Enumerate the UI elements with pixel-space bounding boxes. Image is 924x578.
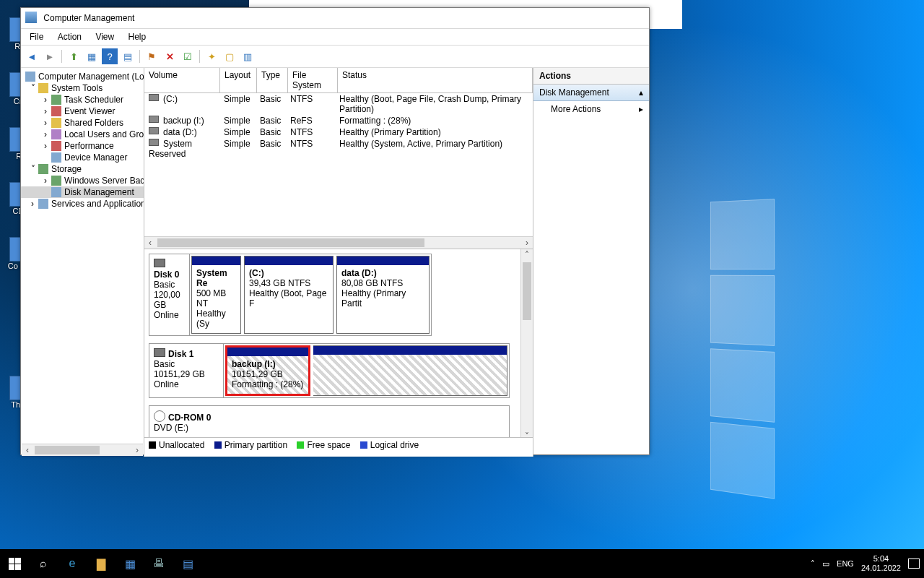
volume-row[interactable]: (C:) SimpleBasic NTFSHealthy (Boot, Page… <box>144 93 533 115</box>
disk-icon <box>154 259 165 267</box>
disk-0-header: Disk 0 Basic 120,00 GB Online <box>149 254 190 335</box>
navigation-tree: Computer Management (Local ˅System Tools… <box>21 68 144 457</box>
disk-icon <box>149 139 159 146</box>
tree-event-viewer[interactable]: ›Event Viewer <box>21 105 144 117</box>
tree-performance[interactable]: ›Performance <box>21 140 144 152</box>
tree-services[interactable]: ›Services and Applications <box>21 198 144 210</box>
menu-view[interactable]: View <box>90 29 120 45</box>
tree-storage[interactable]: ˅Storage <box>21 163 144 175</box>
disk-icon <box>149 127 159 134</box>
disk-1[interactable]: Disk 1 Basic 10151,29 GB Online backup (… <box>149 343 510 398</box>
forward-button[interactable]: ► <box>42 48 58 64</box>
partition-c[interactable]: (C:) 39,43 GB NTFS Healthy (Boot, Page F <box>244 256 334 334</box>
tray-clock[interactable]: 5:0424.01.2022 <box>861 554 901 573</box>
taskbar-explorer[interactable]: ▇ <box>87 549 116 578</box>
windows-logo-light <box>710 195 848 346</box>
tree-disk-management[interactable]: Disk Management <box>21 186 144 198</box>
collapse-icon: ▴ <box>639 87 643 98</box>
delete-button[interactable]: ✕ <box>162 48 178 64</box>
partition-system-reserved[interactable]: System Re 500 MB NT Healthy (Sy <box>191 256 241 334</box>
tree-system-tools[interactable]: ˅System Tools <box>21 82 144 94</box>
refresh-button[interactable]: ⚑ <box>144 48 160 64</box>
start-button[interactable] <box>0 549 29 578</box>
tree-root[interactable]: Computer Management (Local <box>21 71 144 82</box>
disk-icon <box>149 116 159 123</box>
legend: Unallocated Primary partition Free space… <box>144 437 533 457</box>
computer-management-window: Computer Management File Action View Hel… <box>20 7 650 455</box>
col-type[interactable]: Type <box>257 68 288 92</box>
content-area: Computer Management (Local ˅System Tools… <box>21 68 649 457</box>
tray-chevron-icon[interactable]: ˄ <box>811 559 815 569</box>
tray-network-icon[interactable]: ▭ <box>822 559 829 569</box>
disk-0[interactable]: Disk 0 Basic 120,00 GB Online System Re … <box>149 254 432 336</box>
legend-swatch-free <box>297 441 304 449</box>
tree-local-users[interactable]: ›Local Users and Groups <box>21 129 144 140</box>
col-volume[interactable]: Volume <box>144 68 220 92</box>
partition-backup-i[interactable]: backup (I:) 10151,29 GB Formatting : (28… <box>225 345 310 396</box>
titlebar[interactable]: Computer Management <box>21 8 649 29</box>
menubar: File Action View Help <box>21 29 649 46</box>
actions-more[interactable]: More Actions <box>533 101 649 117</box>
volume-row[interactable]: data (D:) SimpleBasic NTFSHealthy (Prima… <box>144 126 533 138</box>
tree-wsb[interactable]: ›Windows Server Backup <box>21 175 144 186</box>
help-button[interactable]: ? <box>102 48 118 64</box>
menu-action[interactable]: Action <box>52 29 87 45</box>
taskbar-ie[interactable]: e <box>58 549 87 578</box>
volume-headers: Volume Layout Type File System Status <box>144 68 533 93</box>
disk-icon <box>154 348 165 357</box>
show-hide-tree-button[interactable]: ▦ <box>84 48 100 64</box>
toolbar: ◄ ► ⬆ ▦ ? ▤ ⚑ ✕ ☑ ✦ ▢ ▥ <box>21 46 649 68</box>
disk-1-header: Disk 1 Basic 10151,29 GB Online <box>149 344 224 397</box>
col-filesystem[interactable]: File System <box>288 68 338 92</box>
graphical-vscrollbar[interactable]: ˄˅ <box>520 249 533 442</box>
col-layout[interactable]: Layout <box>220 68 257 92</box>
new-button[interactable]: ✦ <box>204 48 219 64</box>
menu-file[interactable]: File <box>24 29 49 45</box>
actions-pane: Actions Disk Management▴ More Actions <box>533 68 649 457</box>
tray-notifications-icon[interactable] <box>908 558 920 569</box>
volume-list: Volume Layout Type File System Status (C… <box>144 68 533 249</box>
app-icon <box>25 12 37 23</box>
back-button[interactable]: ◄ <box>24 48 40 64</box>
window-title: Computer Management <box>43 13 134 23</box>
check-button[interactable]: ☑ <box>180 48 196 64</box>
search-button[interactable]: ⌕ <box>29 549 58 578</box>
actions-header: Actions <box>533 68 649 85</box>
menu-help[interactable]: Help <box>123 29 152 45</box>
volume-row[interactable]: System Reserved SimpleBasic NTFSHealthy … <box>144 138 533 160</box>
list-button[interactable]: ▥ <box>240 48 256 64</box>
taskbar-servermgr[interactable]: ▦ <box>116 549 144 578</box>
tree-task-scheduler[interactable]: ›Task Scheduler <box>21 94 144 105</box>
tray-lang[interactable]: ENG <box>837 559 854 568</box>
actions-section[interactable]: Disk Management▴ <box>533 85 649 101</box>
taskbar: ⌕ e ▇ ▦ 🖶 ▤ ˄ ▭ ENG 5:0424.01.2022 <box>0 549 924 578</box>
disk-graphical-view: Disk 0 Basic 120,00 GB Online System Re … <box>144 249 533 457</box>
volume-hscrollbar[interactable]: ‹› <box>144 236 533 249</box>
cd-rom-0[interactable]: CD-ROM 0 DVD (E:) <box>149 405 510 439</box>
partition-d[interactable]: data (D:) 80,08 GB NTFS Healthy (Primary… <box>336 256 430 334</box>
middle-pane: Volume Layout Type File System Status (C… <box>144 68 533 457</box>
legend-swatch-primary <box>214 441 222 449</box>
partition-backup-i-tail[interactable] <box>313 345 507 396</box>
properties-button[interactable]: ▤ <box>120 48 136 64</box>
disk-icon <box>149 94 159 101</box>
cd-icon <box>154 410 165 422</box>
taskbar-app[interactable]: ▤ <box>173 549 202 578</box>
open-button[interactable]: ▢ <box>222 48 237 64</box>
tree-hscrollbar[interactable]: ‹› <box>22 444 143 456</box>
tree-shared-folders[interactable]: ›Shared Folders <box>21 117 144 129</box>
tree-device-manager[interactable]: Device Manager <box>21 152 144 163</box>
volume-row[interactable]: backup (I:) SimpleBasic ReFSFormatting :… <box>144 115 533 126</box>
taskbar-printer[interactable]: 🖶 <box>144 549 173 578</box>
up-button[interactable]: ⬆ <box>66 48 82 64</box>
legend-swatch-unallocated <box>149 441 156 449</box>
legend-swatch-logical <box>360 441 367 449</box>
col-status[interactable]: Status <box>338 68 533 92</box>
